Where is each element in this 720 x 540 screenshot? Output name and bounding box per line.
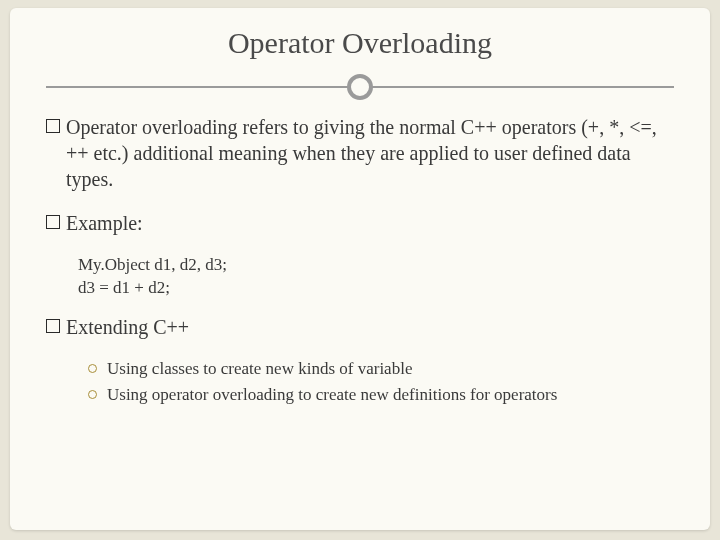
- square-bullet-icon: [46, 119, 60, 133]
- bullet-point: Operator overloading refers to giving th…: [46, 114, 674, 192]
- bullet-text: Operator overloading refers to giving th…: [66, 114, 674, 192]
- bullet-point: Extending C++: [46, 314, 674, 340]
- circle-bullet-icon: [88, 364, 97, 373]
- sub-item-text: Using classes to create new kinds of var…: [107, 358, 412, 380]
- bullet-point: Example:: [46, 210, 674, 236]
- code-line: d3 = d1 + d2;: [78, 277, 674, 300]
- title-divider: [46, 70, 674, 104]
- sub-list-item: Using operator overloading to create new…: [88, 384, 674, 406]
- divider-circle-icon: [347, 74, 373, 100]
- example-code: My.Object d1, d2, d3; d3 = d1 + d2;: [78, 254, 674, 300]
- bullet-text: Extending C++: [66, 314, 674, 340]
- square-bullet-icon: [46, 215, 60, 229]
- code-line: My.Object d1, d2, d3;: [78, 254, 674, 277]
- square-bullet-icon: [46, 319, 60, 333]
- slide-title: Operator Overloading: [46, 26, 674, 60]
- sub-item-text: Using operator overloading to create new…: [107, 384, 557, 406]
- slide-content: Operator overloading refers to giving th…: [46, 114, 674, 406]
- sub-list-item: Using classes to create new kinds of var…: [88, 358, 674, 380]
- slide: Operator Overloading Operator overloadin…: [10, 8, 710, 530]
- bullet-text: Example:: [66, 210, 674, 236]
- circle-bullet-icon: [88, 390, 97, 399]
- sub-list: Using classes to create new kinds of var…: [88, 358, 674, 406]
